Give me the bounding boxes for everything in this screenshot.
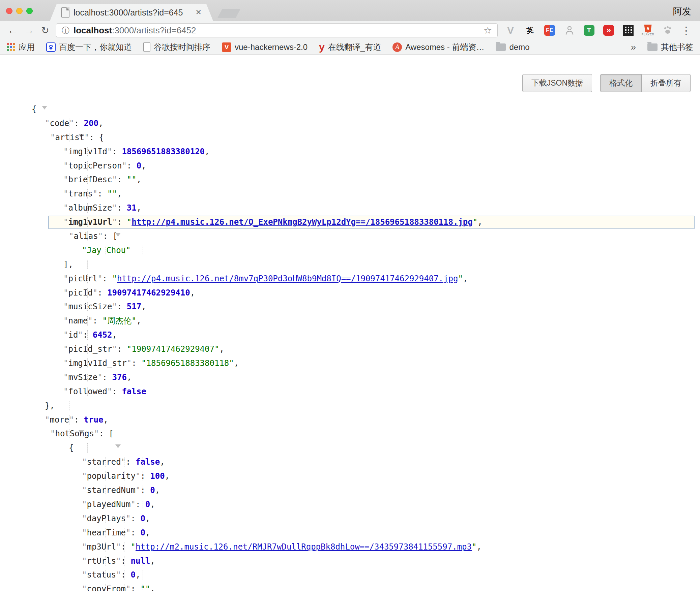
back-button[interactable]: ←: [5, 24, 21, 36]
baidu-paw-icon: [46, 42, 56, 52]
json-token: ,: [160, 457, 165, 467]
json-token: picId: [68, 288, 92, 298]
json-token: ": [116, 556, 121, 566]
json-token: playedNum: [87, 500, 130, 509]
zoom-window-button[interactable]: [26, 8, 33, 14]
json-token: ": [63, 330, 68, 340]
indent-guide: [87, 443, 88, 453]
json-token: ,: [463, 274, 468, 283]
json-token: ": [116, 542, 121, 552]
close-window-button[interactable]: [6, 8, 12, 14]
json-token: more: [50, 415, 69, 425]
json-line: "name": "周杰伦",: [0, 314, 700, 328]
reload-button[interactable]: ↻: [37, 25, 53, 36]
json-token: ": [126, 584, 130, 591]
json-line: "artist": {: [0, 131, 700, 145]
video-fastforward-icon[interactable]: »: [603, 24, 615, 36]
json-token: ": [116, 570, 121, 580]
bookmark-google-sort[interactable]: 谷歌按时间排序: [143, 42, 210, 53]
json-token: ": [63, 175, 68, 184]
bookmarks-overflow-icon[interactable]: »: [631, 42, 636, 53]
json-token: ": [131, 500, 136, 509]
json-token: ": [97, 274, 102, 283]
json-token: ": [136, 486, 140, 495]
json-token: ,: [145, 528, 150, 537]
person-extension-icon[interactable]: [563, 24, 576, 36]
json-token: ,: [141, 161, 146, 170]
json-line: "hotSongs": [: [0, 427, 700, 441]
bookmark-awesomes[interactable]: A Awesomes - 前端资…: [392, 42, 484, 53]
json-line: ],: [0, 258, 700, 272]
json-token: alias: [74, 231, 98, 241]
json-token: ": [69, 119, 74, 128]
json-line: "more": true,: [0, 413, 700, 427]
json-token: ": [63, 316, 68, 325]
qr-code-icon[interactable]: [622, 24, 634, 36]
address-bar[interactable]: ⓘ localhost:3000/artists?id=6452 ☆: [56, 23, 498, 37]
paw-extension-icon[interactable]: [662, 24, 674, 36]
bookmark-vue-hackernews[interactable]: V vue-hackernews-2.0: [222, 42, 308, 52]
minimize-window-button[interactable]: [16, 8, 23, 14]
collapse-arrow-icon[interactable]: [115, 444, 121, 458]
json-token: ": [63, 302, 68, 311]
json-link[interactable]: http://m2.music.126.net/RMJR7wDullRqppBk…: [136, 542, 472, 552]
tampermonkey-icon[interactable]: T: [583, 24, 595, 36]
bookmark-demo-folder[interactable]: demo: [496, 42, 529, 52]
json-token: ": [88, 316, 92, 325]
json-token: ": [63, 147, 68, 156]
json-token: : [: [103, 231, 117, 241]
json-token: ": [98, 231, 103, 241]
json-token: :: [121, 542, 131, 552]
json-token: ": [82, 528, 87, 537]
json-token: ": [63, 274, 68, 283]
json-token: ,: [477, 217, 482, 227]
json-link[interactable]: http://p4.music.126.net/Q_ExePNkmgB2yWyL…: [132, 217, 472, 227]
json-token: ": [84, 133, 89, 142]
json-line: "briefDesc": "",: [0, 173, 700, 187]
json-link[interactable]: http://p4.music.126.net/8mv7qP30Pd3oHW8b…: [117, 274, 458, 283]
browser-menu-icon[interactable]: ⋮: [681, 25, 691, 36]
youdao-translate-icon[interactable]: 英: [523, 24, 537, 37]
html5-player-icon[interactable]: 5 PLAYER: [642, 24, 654, 36]
bookmark-apps[interactable]: 应用: [7, 42, 35, 53]
browser-tab[interactable]: localhost:3000/artists?id=645 ✕: [50, 4, 213, 21]
json-line: "id": 6452,: [0, 328, 700, 342]
tab-close-icon[interactable]: ✕: [196, 8, 202, 17]
bookmark-youdao[interactable]: y 在线翻译_有道: [319, 42, 381, 53]
extension-icons: V 英 FE T » 5 PLAYER ⋮: [498, 24, 695, 36]
json-token: hearTime: [87, 528, 126, 537]
bookmark-baidu[interactable]: 百度一下，你就知道: [46, 42, 132, 53]
json-token: ": [131, 542, 136, 552]
json-token: picUrl: [68, 274, 97, 283]
profile-name[interactable]: 阿发: [673, 5, 691, 18]
browser-window: localhost:3000/artists?id=645 ✕ 阿发 ← → ↻…: [0, 0, 700, 591]
json-line: "musicSize": 517,: [0, 300, 700, 314]
bookmarks-bar: 应用 百度一下，你就知道 谷歌按时间排序 V vue-hackernews-2.…: [0, 40, 700, 55]
json-token: ": [112, 302, 117, 311]
new-tab-button[interactable]: [217, 9, 241, 18]
json-token: :: [103, 274, 112, 283]
json-line: "popularity": 100,: [0, 469, 700, 484]
json-token: ": [82, 486, 87, 495]
collapse-arrow-icon[interactable]: [42, 106, 47, 119]
page-info-icon[interactable]: ⓘ: [62, 25, 69, 36]
json-token: ,: [155, 486, 160, 495]
other-bookmarks-folder[interactable]: 其他书签: [647, 42, 693, 53]
json-line: "followed": false: [0, 385, 700, 399]
json-token: ": [121, 457, 126, 467]
fe-extension-icon[interactable]: FE: [544, 24, 556, 36]
json-token: 0: [150, 486, 155, 495]
vue-icon: V: [222, 42, 231, 52]
indent-guide: [143, 246, 143, 255]
json-line: },: [0, 399, 700, 413]
json-token: :: [117, 175, 127, 184]
json-token: :: [83, 330, 93, 340]
json-line: "picId_str": "19097417462929407",: [0, 342, 700, 356]
url-host: localhost: [74, 25, 112, 35]
bookmark-star-icon[interactable]: ☆: [484, 25, 492, 36]
vue-devtools-icon[interactable]: V: [504, 24, 517, 36]
json-token: 31: [127, 203, 137, 213]
json-token: :: [103, 373, 112, 382]
json-token: ": [94, 429, 99, 438]
forward-button[interactable]: →: [21, 24, 37, 36]
